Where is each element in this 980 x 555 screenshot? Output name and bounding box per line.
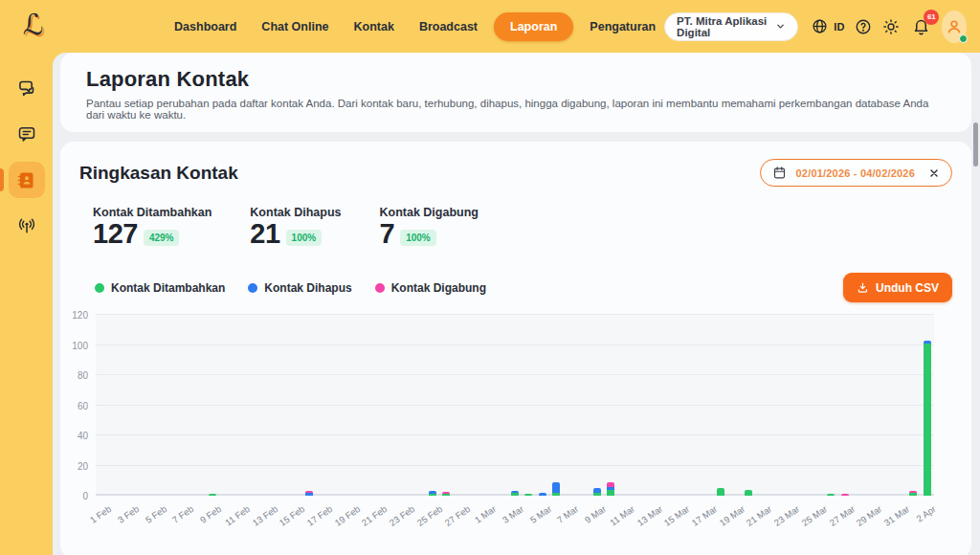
bar-segment-dihapus (539, 493, 546, 496)
bar-26-feb (442, 492, 450, 496)
day-slot (123, 315, 137, 496)
day-slot (921, 315, 934, 496)
legend-dot-pink (375, 283, 385, 293)
chats-icon (16, 78, 36, 99)
language-selector[interactable]: ID (809, 16, 844, 37)
chart-legend: Kontak Ditambahkan Kontak Dihapus Kontak… (95, 281, 486, 295)
x-axis-tick-label: 31 Mar (882, 503, 912, 528)
day-slot (563, 315, 576, 496)
x-axis-tick-label: 9 Feb (198, 503, 223, 525)
x-axis-tick-label: 23 Mar (772, 503, 802, 528)
bar-26-mar (827, 494, 835, 496)
x-axis-tick-label: 3 Mar (501, 503, 525, 525)
nav-chat-online[interactable]: Chat Online (253, 12, 337, 41)
x-axis-tick-label: 21 Mar (745, 503, 774, 528)
day-slot (865, 315, 879, 496)
day-slot (755, 315, 768, 496)
x-axis-tick-label: 11 Feb (223, 503, 252, 528)
day-slot (467, 315, 480, 496)
company-selector[interactable]: PT. Mitra Aplikasi Digital (664, 12, 798, 41)
nav-broadcast[interactable]: Broadcast (411, 12, 486, 41)
sidebar-item-kontak[interactable] (9, 162, 45, 198)
bar-segment-ditambahkan (209, 494, 216, 496)
date-range-picker[interactable]: 02/01/2026 - 04/02/2026 (760, 159, 952, 187)
bar-segment-ditambahkan (909, 493, 917, 496)
user-avatar[interactable] (942, 11, 967, 43)
nav-laporan[interactable]: Laporan (494, 12, 573, 41)
bar-segment-ditambahkan (827, 494, 835, 496)
bar-4-mar (524, 494, 532, 496)
x-axis-tick-label: 25 Feb (415, 503, 445, 528)
topbar-right: PT. Mitra Aplikasi Digital ID 61 (664, 11, 967, 43)
stat-value: 21 (250, 220, 279, 248)
legend-kontak-dihapus[interactable]: Kontak Dihapus (248, 281, 351, 295)
download-csv-button[interactable]: Unduh CSV (843, 273, 952, 302)
bar-segment-ditambahkan (607, 490, 614, 496)
bar-segment-ditambahkan (511, 493, 519, 496)
notification-badge: 61 (924, 10, 939, 25)
day-slot (453, 315, 466, 496)
x-axis-tick-label: 13 Feb (250, 503, 279, 528)
bar-27-mar (841, 494, 849, 496)
x-axis-tick-label: 17 Feb (305, 503, 335, 528)
chevron-down-icon (775, 21, 786, 32)
nav-dashboard[interactable]: Dashboard (166, 12, 245, 41)
day-slot (673, 315, 686, 496)
page-header-card: Laporan Kontak Pantau setiap perubahan p… (60, 53, 971, 132)
x-axis-tick-label: 1 Mar (473, 503, 498, 525)
x-axis-tick-label: 19 Feb (332, 503, 362, 528)
sidebar-item-broadcast[interactable] (9, 208, 45, 244)
x-axis-tick-label: 21 Feb (360, 503, 390, 528)
stat-label: Kontak Ditambahkan (93, 206, 212, 219)
day-slot (234, 315, 247, 496)
legend-kontak-ditambahkan[interactable]: Kontak Ditambahkan (95, 281, 225, 295)
vertical-scrollbar-thumb[interactable] (973, 122, 978, 166)
bar-segment-ditambahkan (442, 494, 450, 496)
stat-value: 7 (380, 220, 395, 248)
day-slot (769, 315, 783, 496)
x-axis-tick-label: 3 Feb (116, 503, 141, 525)
bar-segment-ditambahkan (924, 344, 931, 496)
bar-3-mar (511, 491, 519, 496)
page-subtitle: Pantau setiap perubahan pada daftar kont… (86, 98, 946, 121)
summary-title: Ringkasan Kontak (79, 163, 238, 184)
day-slot (659, 315, 673, 496)
sidebar-item-chat-message[interactable] (9, 116, 45, 152)
day-slot (590, 315, 604, 496)
stat-label: Kontak Dihapus (250, 206, 341, 219)
online-status-dot (959, 34, 968, 43)
day-slot (837, 315, 851, 496)
theme-sun-icon[interactable] (882, 16, 900, 37)
chart-x-axis: 1 Feb3 Feb5 Feb7 Feb9 Feb11 Feb13 Feb15 … (96, 500, 934, 538)
chat-message-icon (17, 124, 36, 144)
nav-kontak[interactable]: Kontak (345, 12, 403, 41)
bar-6-mar (552, 482, 560, 496)
clear-date-icon[interactable] (928, 167, 940, 179)
stat-delta-badge: 429% (144, 230, 180, 246)
bar-25-feb (429, 491, 436, 496)
x-axis-tick-label: 25 Mar (800, 503, 830, 528)
day-slot (439, 315, 453, 496)
sidebar-item-chats[interactable] (9, 70, 45, 106)
app-logo-icon[interactable]: ℒ ℒ (21, 11, 49, 43)
day-slot (728, 315, 742, 496)
day-slot (398, 315, 412, 496)
bar-segment-ditambahkan (429, 494, 436, 496)
day-slot (316, 315, 329, 496)
bar-16-feb (305, 491, 313, 496)
x-axis-tick-label: 17 Mar (690, 503, 720, 528)
page-title: Laporan Kontak (86, 67, 946, 92)
help-icon[interactable] (855, 16, 872, 37)
day-slot (906, 315, 920, 496)
nav-pengaturan[interactable]: Pengaturan (581, 12, 664, 41)
bar-5-mar (539, 493, 546, 496)
bar-segment-ditambahkan (745, 490, 752, 496)
bar-1-apr (909, 491, 917, 496)
day-slot (686, 315, 700, 496)
legend-kontak-digabung[interactable]: Kontak Digabung (375, 281, 486, 295)
notifications-button[interactable]: 61 (910, 16, 931, 37)
day-slot (426, 315, 439, 496)
day-slot (343, 315, 356, 496)
day-slot (811, 315, 824, 496)
bar-10-mar (607, 482, 614, 496)
